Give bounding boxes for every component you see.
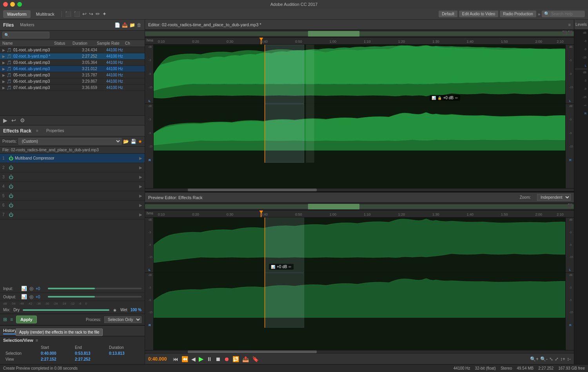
more-workspaces-icon[interactable]: » — [538, 12, 540, 16]
presets-select[interactable]: (Custom) — [18, 138, 122, 145]
history-tab[interactable]: History — [3, 327, 16, 334]
zoom-out-icon[interactable]: ⬛ — [568, 31, 572, 35]
effect-expand-arrow[interactable]: ▶ — [139, 203, 142, 207]
search-input[interactable] — [551, 12, 583, 16]
pause-button[interactable]: ⏸ — [207, 356, 212, 362]
toolbar-icon-3[interactable]: ↩ — [82, 11, 87, 17]
mix-slider[interactable] — [23, 309, 109, 311]
folder-icon[interactable]: 📁 — [129, 22, 135, 28]
editor-scroll-thumb[interactable] — [188, 189, 316, 191]
effect-power-button[interactable]: ⏻ — [9, 203, 13, 208]
zoom-out-time-button[interactable]: 🔍- — [540, 356, 548, 362]
effect-power-button[interactable]: ⏻ — [9, 174, 13, 180]
preview-scrollbar[interactable] — [145, 350, 574, 353]
zoom-select[interactable]: Independent — [537, 194, 571, 201]
minimize-button[interactable] — [10, 2, 15, 7]
preset-star-icon[interactable]: ★ — [138, 139, 142, 144]
effect-power-button[interactable]: ⏻ — [9, 156, 13, 161]
markers-button[interactable]: 🔖 — [252, 356, 259, 362]
file-row[interactable]: ▶ 🎵 02-root..b-yard.mp3 * 2:27.252 44100… — [0, 53, 145, 60]
export-button[interactable]: 📤 — [242, 356, 249, 362]
toolbar-icon-2[interactable]: ⬛ — [74, 11, 80, 17]
selection-menu-icon[interactable]: ≡ — [36, 338, 38, 343]
tab-multitrack[interactable]: Multitrack — [32, 10, 58, 18]
play-preview-button[interactable]: ▶ — [3, 117, 7, 123]
preview-clip-edit-icon[interactable]: ✏ — [289, 265, 292, 269]
markers-tab[interactable]: Markers — [20, 23, 34, 27]
rewind-button[interactable]: ⏪ — [181, 356, 188, 362]
zoom-full-button[interactable]: ⤡ — [549, 356, 553, 362]
preview-scroll-thumb[interactable] — [188, 350, 316, 353]
stop-button[interactable]: ⏹ — [215, 356, 221, 362]
file-row[interactable]: ▶ 🎵 06-root..ub-yard.mp3 3:29.867 44100 … — [0, 78, 145, 85]
clip-edit-icon[interactable]: ✏ — [455, 96, 458, 100]
import-icon[interactable]: 📥 — [122, 22, 128, 28]
edit-audio-video-button[interactable]: Edit Audio to Video — [459, 11, 498, 17]
process-select[interactable]: Selection Only — [104, 316, 142, 323]
preset-save-icon[interactable]: 💾 — [131, 139, 136, 144]
zoom-amp-in-button[interactable]: ↕+ — [560, 356, 565, 362]
files-search-input[interactable] — [2, 32, 49, 38]
effect-expand-arrow[interactable]: ▶ — [139, 165, 142, 170]
toolbar-icon-4[interactable]: ↪ — [89, 11, 93, 17]
toolbar-icon-5[interactable]: ✏ — [96, 11, 100, 17]
effect-expand-arrow[interactable]: ▶ — [139, 184, 142, 189]
rack-expand-icon[interactable]: ≡ — [10, 317, 13, 322]
effect-power-button[interactable]: ⏻ — [9, 193, 13, 199]
toolbar-icon-1[interactable]: ⬛ — [65, 11, 71, 17]
editor-scrollbar[interactable] — [145, 188, 574, 191]
preset-load-icon[interactable]: 📂 — [123, 139, 129, 144]
tab-waveform[interactable]: Waveform — [3, 10, 31, 18]
effect-power-button[interactable]: ⏻ — [9, 212, 13, 218]
radio-production-button[interactable]: Radio Production — [500, 11, 536, 17]
effect-row[interactable]: 1 ⏻ Multiband Compressor ▶ — [0, 154, 145, 163]
loop-button[interactable]: ↩ — [11, 117, 16, 123]
play-button[interactable]: ▶ — [199, 355, 203, 363]
editor-menu-icon[interactable]: ≡ — [568, 22, 571, 27]
goto-start-button[interactable]: ⏮ — [173, 356, 178, 362]
effects-menu-icon[interactable]: ≡ — [36, 129, 38, 133]
output-knob[interactable]: ◎ — [29, 294, 33, 299]
toolbar-icon-6[interactable]: ✦ — [102, 11, 107, 17]
zoom-selection-button[interactable]: ⤢ — [555, 356, 559, 362]
effect-expand-arrow[interactable]: ▶ — [139, 156, 142, 160]
effect-row[interactable]: 7 ⏻ ▶ — [0, 210, 145, 220]
output-slider[interactable] — [48, 296, 142, 298]
effect-expand-arrow[interactable]: ▶ — [139, 194, 142, 198]
delete-icon[interactable]: 🗑 — [137, 22, 142, 28]
properties-tab[interactable]: Properties — [46, 129, 64, 133]
workspace-button[interactable]: Default — [439, 11, 457, 17]
loop-toggle[interactable]: 🔁 — [232, 356, 239, 362]
file-row[interactable]: ▶ 🎵 05-root..ub-yard.mp3 3:15.787 44100 … — [0, 72, 145, 78]
input-slider[interactable] — [48, 288, 142, 289]
file-row[interactable]: ▶ 🎵 04-root..ub-yard.mp3 3:21.012 44100 … — [0, 66, 145, 72]
zoom-amp-out-button[interactable]: ↕- — [567, 356, 571, 362]
zoom-in-button[interactable]: 🔍+ — [530, 356, 539, 362]
file-row[interactable]: ▶ 🎵 03-root..ub-yard.mp3 3:05.364 44100 … — [0, 60, 145, 66]
maximize-button[interactable] — [17, 2, 22, 7]
new-file-icon[interactable]: 📄 — [114, 22, 120, 28]
file-row[interactable]: ▶ 🎵 07-root..ub-yard.mp3 3:36.659 44100 … — [0, 85, 145, 91]
effect-expand-arrow[interactable]: ▶ — [139, 175, 142, 179]
apply-button[interactable]: Apply — [16, 316, 37, 323]
effect-expand-arrow[interactable]: ▶ — [139, 212, 142, 217]
preview-waveform-main[interactable]: 📊 +0 dB ✏ — [154, 218, 565, 350]
file-row[interactable]: ▶ 🎵 01-root..ub-yard.mp3 3:24.434 44100 … — [0, 47, 145, 53]
effect-row[interactable]: 5 ⏻ ▶ — [0, 191, 145, 201]
close-button[interactable] — [3, 2, 8, 7]
effect-row[interactable]: 4 ⏻ ▶ — [0, 182, 145, 191]
fit-icon[interactable]: ⬛ — [562, 31, 567, 35]
input-knob[interactable]: ◎ — [29, 286, 33, 291]
left-ruler: dB -3 -9 -15 L dB -3 -9 -15 R — [145, 45, 154, 188]
editor-waveform-main[interactable]: 📊 🔒 +0 dB ✏ — [154, 45, 565, 188]
preview-fit-icon[interactable]: ⬛ — [568, 203, 572, 208]
record-button[interactable]: ⏺ — [224, 356, 229, 362]
back-button[interactable]: ◀ — [191, 356, 196, 362]
effect-power-button[interactable]: ⏻ — [9, 184, 13, 189]
effect-row[interactable]: 3 ⏻ ▶ — [0, 172, 145, 182]
search-area: 🔍 — [542, 11, 585, 17]
effect-power-button[interactable]: ⏻ — [9, 165, 13, 171]
effect-row[interactable]: 2 ⏻ ▶ — [0, 163, 145, 172]
auto-play-button[interactable]: ⚙ — [20, 117, 25, 123]
effect-row[interactable]: 6 ⏻ ▶ — [0, 201, 145, 210]
